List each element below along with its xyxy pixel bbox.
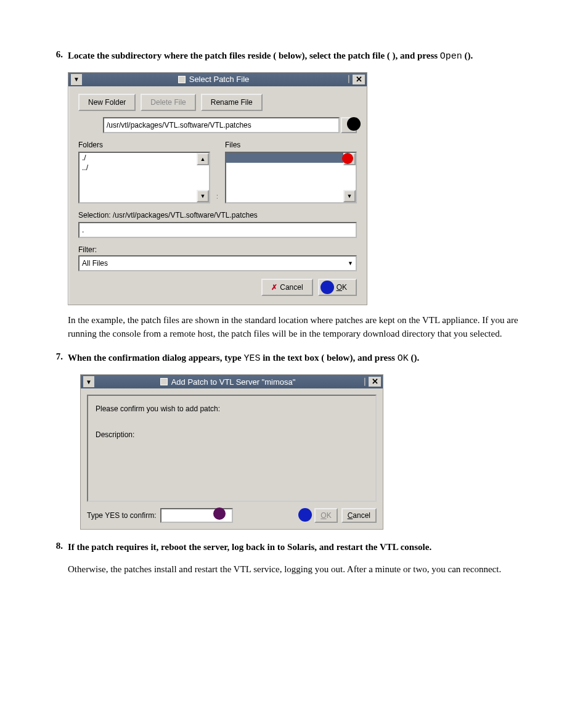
file-item-selected[interactable]	[226, 153, 345, 163]
step-6: 6. Locate the subdirectory where the pat…	[43, 49, 545, 340]
path-input[interactable]: /usr/vtl/packages/VTL.software/VTL.patch…	[103, 117, 340, 133]
select-patch-file-dialog: ▼ Select Patch File ⎮ ✕ New Folder Delet…	[68, 72, 367, 305]
step-8-text: If the patch requires it, reboot the ser…	[68, 541, 545, 554]
marker-blue	[321, 281, 334, 294]
filter-combo[interactable]: All Files ▼	[78, 255, 357, 271]
scroll-down-icon[interactable]: ▼	[197, 190, 209, 202]
confirm-text: Please confirm you wish to add patch:	[96, 404, 368, 413]
dialog1-title: Select Patch File	[189, 75, 250, 84]
ok-button[interactable]: OK	[318, 279, 357, 296]
new-folder-button[interactable]: New Folder	[78, 94, 136, 111]
step-8: 8. If the patch requires it, reboot the …	[43, 541, 545, 577]
pin-icon[interactable]: ⎮	[345, 75, 353, 83]
selection-label: Selection: /usr/vtl/packages/VTL.softwar…	[78, 211, 357, 220]
scroll-up-icon[interactable]: ▲	[197, 153, 209, 165]
window-menu-icon[interactable]: ▼	[71, 74, 82, 85]
dialog2-title: Add Patch to VTL Server "mimosa"	[171, 377, 296, 387]
step-6-number: 6.	[43, 49, 68, 60]
files-label: Files	[225, 141, 357, 149]
close-icon[interactable]: ✕	[353, 75, 365, 84]
description-label: Description:	[96, 430, 368, 439]
path-dropdown-button[interactable]	[341, 117, 357, 133]
type-yes-label: Type YES to confirm:	[87, 511, 157, 520]
window-icon	[160, 378, 168, 385]
step-8-paragraph: Otherwise, the patches install and resta…	[68, 563, 545, 577]
add-patch-dialog: ▼ Add Patch to VTL Server "mimosa" ⎮ ✕ P…	[80, 374, 383, 530]
cancel-button[interactable]: ✗Cancel	[261, 279, 312, 296]
dialog1-titlebar[interactable]: ▼ Select Patch File ⎮ ✕	[68, 73, 367, 86]
chevron-down-icon: ▼	[348, 260, 353, 266]
folders-listbox[interactable]: ./ ../ ▲ ▼	[78, 152, 210, 203]
window-menu-icon[interactable]: ▼	[83, 376, 94, 387]
selection-input[interactable]: .	[78, 222, 357, 238]
filter-label: Filter:	[78, 245, 357, 254]
ok-underline: O	[337, 283, 342, 292]
step-7-number: 7.	[43, 351, 68, 362]
cancel-button[interactable]: Cancel	[341, 508, 377, 523]
filter-value: All Files	[82, 259, 108, 268]
ok-button[interactable]: OK	[314, 508, 337, 523]
splitter-handle[interactable]: :	[216, 141, 219, 203]
confirm-input[interactable]	[160, 508, 233, 523]
files-listbox[interactable]: ▲ ▼	[225, 152, 357, 203]
scroll-up-icon[interactable]: ▲	[343, 153, 356, 165]
folders-label: Folders	[78, 141, 210, 149]
marker-blue	[298, 508, 312, 522]
cancel-x-icon: ✗	[271, 283, 277, 292]
folder-item[interactable]: ./	[80, 153, 209, 163]
window-icon	[178, 76, 186, 83]
delete-file-button[interactable]: Delete File	[141, 94, 195, 111]
scroll-down-icon[interactable]: ▼	[343, 190, 356, 202]
dialog2-titlebar[interactable]: ▼ Add Patch to VTL Server "mimosa" ⎮ ✕	[81, 375, 383, 388]
pin-icon[interactable]: ⎮	[361, 378, 369, 386]
step-7-text: When the confirmation dialog appears, ty…	[68, 351, 545, 366]
close-icon[interactable]: ✕	[369, 377, 381, 387]
step-6-paragraph: In the example, the patch files are show…	[68, 314, 545, 341]
rename-file-button[interactable]: Rename File	[201, 94, 263, 111]
step-7: 7. When the confirmation dialog appears,…	[43, 351, 545, 530]
step-8-number: 8.	[43, 541, 68, 551]
folder-item[interactable]: ../	[80, 163, 209, 173]
step-6-text: Locate the subdirectory where the patch …	[68, 49, 545, 64]
